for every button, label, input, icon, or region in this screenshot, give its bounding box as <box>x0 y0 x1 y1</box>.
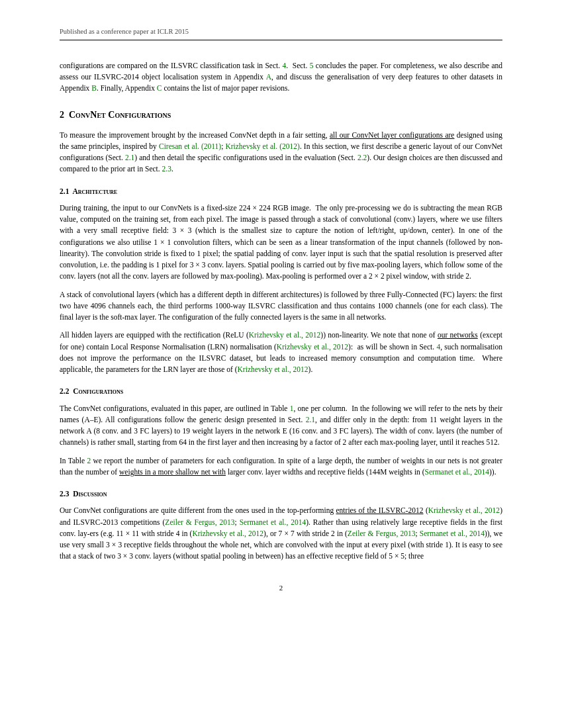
link-sect22[interactable]: 2.2 <box>357 154 367 161</box>
section2-number: 2 <box>60 110 69 120</box>
link-zeiler-disc[interactable]: Zeiler & Fergus, 2013 <box>165 518 234 526</box>
link-sermanet[interactable]: Sermanet et al., 2014 <box>425 468 489 476</box>
page: Published as a conference paper at ICLR … <box>0 0 562 728</box>
link-krizhevsky-disc[interactable]: Krizhevsky et al., 2012 <box>428 506 500 514</box>
section2-intro: To measure the improvement brought by th… <box>60 130 502 175</box>
link-lrn-ref[interactable]: Krizhevsky et al., 2012 <box>277 343 348 351</box>
link-lrn-ref2[interactable]: Krizhevsky et al., 2012 <box>238 365 308 373</box>
link-table2[interactable]: 2 <box>87 457 91 465</box>
underline-weights: weights in a more shallow net with <box>119 468 226 476</box>
link-relu-ref[interactable]: Krizhevsky et al., 2012 <box>249 331 320 339</box>
link-appendixC[interactable]: C <box>157 84 162 92</box>
subsection21-label: Architecture <box>73 187 118 195</box>
section2-label: ConvNet Configurations <box>69 110 171 120</box>
arch-para1: During training, the input to our ConvNe… <box>60 203 502 283</box>
link-sect5[interactable]: 5 <box>310 62 314 69</box>
link-sect21[interactable]: 2.1 <box>125 154 134 161</box>
section2-title: 2 ConvNet Configurations <box>60 108 502 122</box>
underline-networks: our networks <box>438 331 478 339</box>
page-number: 2 <box>60 582 502 594</box>
config-para2: In Table 2 we report the number of param… <box>60 455 502 478</box>
subsection21-number: 2.1 <box>60 187 73 195</box>
link-sermanet-disc[interactable]: Sermanet et al., 2014 <box>240 518 306 526</box>
subsection22-title: 2.2 Configurations <box>60 386 502 397</box>
link-sect23[interactable]: 2.3 <box>162 165 171 173</box>
subsection21-title: 2.1 Architecture <box>60 186 502 197</box>
link-sect4[interactable]: 4 <box>282 62 286 69</box>
link-ciresan[interactable]: Ciresan et al. (2011) <box>159 142 221 150</box>
link-appendixA[interactable]: A <box>266 73 271 81</box>
underline-entries: entries of the ILSVRC-2012 <box>336 506 424 514</box>
page-number-value: 2 <box>279 584 283 592</box>
link-appendixB[interactable]: B <box>91 84 97 92</box>
arch-para3: All hidden layers are equipped with the … <box>60 330 502 375</box>
header-text: Published as a conference paper at ICLR … <box>60 28 189 35</box>
subsection22-label: Configurations <box>73 387 123 395</box>
subsection23-label: Discussion <box>73 490 107 498</box>
subsection23-number: 2.3 <box>60 490 73 498</box>
link-krizhevsky2012[interactable]: Krizhevsky et al. (2012) <box>225 142 299 150</box>
link-krizhevsky-disc2[interactable]: Krizhevsky et al., 2012 <box>192 529 263 537</box>
arch-para2: A stack of convolutional layers (which h… <box>60 289 502 324</box>
subsection22-number: 2.2 <box>60 387 73 395</box>
link-sect21-config[interactable]: 2.1 <box>306 416 315 424</box>
header: Published as a conference paper at ICLR … <box>60 26 502 40</box>
underline-all: all our ConvNet layer configurations are <box>330 131 455 139</box>
discussion-para1: Our ConvNet configurations are quite dif… <box>60 505 502 562</box>
link-zeiler-disc2[interactable]: Zeiler & Fergus, 2013 <box>348 529 416 537</box>
link-sermanet-disc2[interactable]: Sermanet et al., 2014 <box>420 529 485 537</box>
config-para1: The ConvNet configurations, evaluated in… <box>60 403 502 449</box>
link-sect4-lrn[interactable]: 4 <box>436 343 440 351</box>
link-table1[interactable]: 1 <box>290 404 294 412</box>
intro-paragraph: configurations are compared on the ILSVR… <box>60 60 502 95</box>
subsection23-title: 2.3 Discussion <box>60 488 502 500</box>
